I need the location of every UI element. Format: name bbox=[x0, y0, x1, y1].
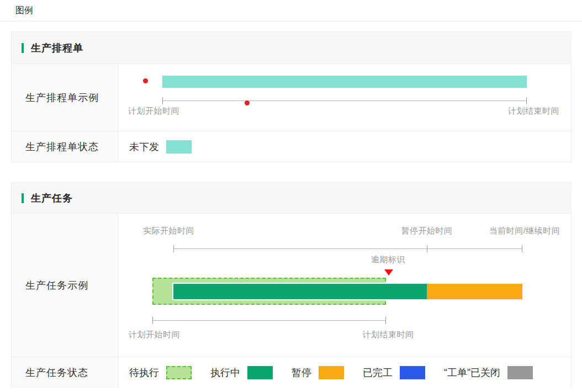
closed-swatch bbox=[507, 366, 533, 379]
task-section-title: 生产任务 bbox=[31, 192, 73, 205]
schedule-example-row: 生产排程单示例 计划开始时间 计划结束时间 bbox=[12, 63, 571, 131]
task-example-diagram: 实际开始时间 暂停开始时间 当前时间/继续时间 逾期标识 计划开始时间 bbox=[118, 214, 571, 357]
plan-timeline bbox=[152, 317, 386, 324]
running-swatch bbox=[247, 366, 273, 379]
status-item-label: 未下发 bbox=[129, 140, 159, 153]
task-panel-header: 生产任务 bbox=[12, 183, 571, 213]
status-item-label: “工单”已关闭 bbox=[444, 366, 500, 379]
timeline-line bbox=[173, 248, 522, 249]
task-status-label: 生产任务状态 bbox=[12, 357, 118, 388]
not-issued-swatch bbox=[166, 140, 192, 153]
timeline-tick bbox=[427, 245, 427, 252]
done-swatch bbox=[400, 366, 425, 379]
task-status-row: 生产任务状态 待执行 执行中 暂停 已完工 bbox=[12, 357, 571, 388]
task-example-label: 生产任务示例 bbox=[12, 214, 118, 357]
schedule-panel-header: 生产排程单 bbox=[12, 32, 571, 63]
timeline-tick bbox=[522, 245, 522, 252]
timeline-tick bbox=[173, 245, 174, 252]
status-item-running: 执行中 bbox=[210, 366, 273, 379]
status-item-paused: 暂停 bbox=[292, 366, 344, 379]
running-segment bbox=[173, 284, 427, 299]
task-legend-panel: 生产任务 生产任务示例 实际开始时间 暂停开始时间 当前时间/继续时间 逾期标识 bbox=[11, 182, 572, 388]
task-status-content: 待执行 执行中 暂停 已完工 “工单”已关闭 bbox=[118, 357, 571, 388]
timeline-line bbox=[162, 100, 527, 101]
pending-swatch bbox=[166, 366, 192, 379]
schedule-example-diagram: 计划开始时间 计划结束时间 bbox=[118, 64, 571, 131]
timeline-tick bbox=[152, 317, 153, 324]
section-accent-bar bbox=[22, 193, 24, 203]
schedule-status-content: 未下发 bbox=[118, 131, 571, 162]
schedule-bar bbox=[162, 76, 527, 88]
page-title: 图例 bbox=[15, 5, 33, 17]
status-item-label: 待执行 bbox=[129, 366, 159, 379]
schedule-legend-panel: 生产排程单 生产排程单示例 计划开始时间 计划结束时间 生产排程单状态 未下发 bbox=[11, 31, 572, 162]
status-item-label: 暂停 bbox=[292, 366, 311, 379]
plan-end-label: 计划结束时间 bbox=[363, 330, 414, 340]
task-example-row: 生产任务示例 实际开始时间 暂停开始时间 当前时间/继续时间 逾期标识 bbox=[12, 213, 571, 357]
schedule-section-title: 生产排程单 bbox=[31, 41, 83, 55]
actual-start-label: 实际开始时间 bbox=[143, 226, 194, 236]
schedule-status-label: 生产排程单状态 bbox=[12, 131, 118, 162]
plan-timeline bbox=[162, 97, 527, 104]
schedule-status-row: 生产排程单状态 未下发 bbox=[12, 131, 571, 162]
status-item-pending: 待执行 bbox=[129, 366, 192, 379]
pause-start-label: 暂停开始时间 bbox=[401, 226, 453, 236]
timeline-line bbox=[152, 320, 386, 321]
status-item-not-issued: 未下发 bbox=[129, 140, 192, 153]
section-accent-bar bbox=[22, 43, 24, 53]
current-time-label: 当前时间/继续时间 bbox=[489, 226, 560, 236]
red-dot-marker bbox=[143, 78, 148, 83]
status-item-done: 已完工 bbox=[363, 366, 425, 379]
execution-timeline bbox=[173, 245, 522, 252]
status-item-label: 已完工 bbox=[363, 366, 393, 379]
overdue-label: 逾期标识 bbox=[371, 255, 405, 265]
timeline-tick bbox=[162, 97, 163, 104]
status-item-closed: “工单”已关闭 bbox=[444, 366, 533, 379]
task-progress-bar bbox=[172, 283, 523, 300]
timeline-tick bbox=[526, 97, 527, 104]
overdue-triangle-icon bbox=[384, 269, 393, 276]
status-item-label: 执行中 bbox=[210, 366, 240, 379]
paused-segment bbox=[427, 284, 522, 299]
plan-start-label: 计划开始时间 bbox=[128, 106, 179, 116]
title-divider bbox=[0, 21, 582, 22]
schedule-example-label: 生产排程单示例 bbox=[12, 64, 118, 131]
paused-swatch bbox=[319, 366, 344, 379]
plan-start-label: 计划开始时间 bbox=[129, 330, 180, 340]
plan-end-label: 计划结束时间 bbox=[508, 106, 559, 116]
red-dot-marker bbox=[245, 100, 250, 105]
timeline-tick bbox=[385, 317, 386, 324]
